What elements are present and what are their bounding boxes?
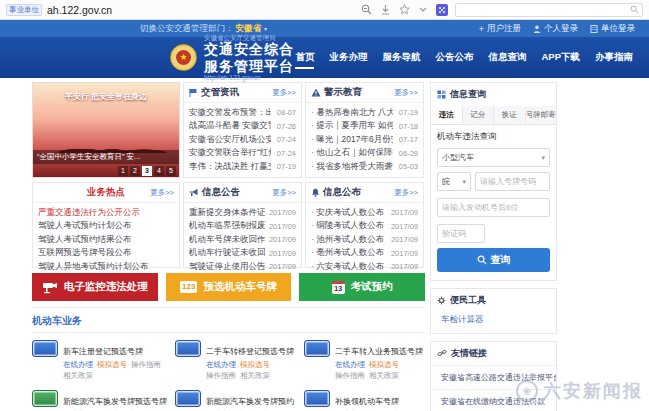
bookmark-star-icon[interactable] xyxy=(398,4,410,16)
plate-preselect-banner[interactable]: 123 预选机动车号牌 xyxy=(166,273,292,301)
friend-links-title: 友情链接 xyxy=(451,347,487,360)
province-select[interactable]: 安徽省 xyxy=(236,23,262,35)
warning-item[interactable]: 他山之石｜如何保障行人安... 06-29 xyxy=(311,147,418,161)
download-icon[interactable] xyxy=(379,4,391,16)
news-item[interactable]: 安徽交警联合举行“红灯记 07-24 xyxy=(189,147,296,161)
news-item[interactable]: 战高温斗酷暑 安徽交警异地... 07-26 xyxy=(189,120,296,134)
policy-link[interactable]: 相关政策 xyxy=(63,371,93,381)
news-item[interactable]: 李伟：决战决胜 打赢交通安... 07-19 xyxy=(189,160,296,174)
warning-more-link[interactable]: 更多>> xyxy=(394,88,418,98)
notice-item[interactable]: 机动车号牌未收回作废公告 2017/09 xyxy=(189,233,296,247)
simulate-pick-link[interactable]: 模拟选号 xyxy=(240,360,270,370)
friend-link-item[interactable]: 安徽省高速公路交通违法举报平台 xyxy=(431,365,556,389)
license-plate-icon xyxy=(175,390,201,407)
tab-points[interactable]: 记分 xyxy=(463,106,495,124)
address-bar[interactable]: 事业单位 ah.122.gov.cn xyxy=(6,2,354,18)
plate-prefix-select[interactable]: 皖 ▾ xyxy=(437,172,471,191)
org-login-link[interactable]: 单位登录 xyxy=(590,23,635,35)
notice-item[interactable]: 机动车行驶证未收回作废公... 2017/09 xyxy=(189,247,296,261)
vehicle-service-item: 新能源汽车换发号牌预选号牌 在线办理 模拟选号 操作指南 相关政策 xyxy=(32,390,167,411)
notice-more-link[interactable]: 更多>> xyxy=(272,188,296,198)
monitor-violation-banner[interactable]: 电子监控违法处理 xyxy=(32,273,158,301)
publish-list: 安庆考试人数公布 2017/09 铜陵考试人数公布 2017/09 池州考试人数… xyxy=(306,203,423,276)
vehicle-service-item: 新能源汽车换发号牌预约 在线办理 操作指南 相关政策 xyxy=(175,390,296,411)
hot-item[interactable]: 驾驶人异地考试预约计划公布 xyxy=(38,260,174,274)
news-title: 交管资讯 xyxy=(201,86,239,99)
vehicle-type-select[interactable]: 小型汽车 ▾ xyxy=(437,148,550,167)
publish-item[interactable]: 亳州考试人数公布 2017/09 xyxy=(311,247,418,261)
query-form-title: 机动车违法查询 xyxy=(437,131,550,143)
news-more-link[interactable]: 更多>> xyxy=(272,88,296,98)
tools-title: 便民工具 xyxy=(450,294,486,307)
news-list: 安徽交警发布预警：出游高... 08-07 战高温斗酷暑 安徽交警异地... 0… xyxy=(184,103,301,176)
tab-violation[interactable]: 违法 xyxy=(431,106,463,124)
policy-link[interactable]: 相关政策 xyxy=(240,371,270,381)
news-item[interactable]: 安徽交警发布预警：出游高... 08-07 xyxy=(189,106,296,120)
nav-service-guide[interactable]: 服务导航 xyxy=(382,47,420,69)
publish-item[interactable]: 安庆考试人数公布 2017/09 xyxy=(311,206,418,220)
vehicle-check-calculator-link[interactable]: 车检计算器 xyxy=(431,312,556,333)
pager-dot[interactable]: 2 xyxy=(130,166,140,176)
pager-dot-active[interactable]: 3 xyxy=(142,166,152,176)
publish-item[interactable]: 铜陵考试人数公布 2017/09 xyxy=(311,220,418,234)
hot-more-link[interactable]: 更多>> xyxy=(150,188,174,198)
guide-link[interactable]: 操作指南 xyxy=(335,371,365,381)
select-caret-icon: ▾ xyxy=(541,154,545,162)
publish-item[interactable]: 池州考试人数公布 2017/09 xyxy=(311,233,418,247)
nav-business[interactable]: 业务办理 xyxy=(329,47,367,69)
extension-icon[interactable] xyxy=(436,4,448,16)
publish-more-link[interactable]: 更多>> xyxy=(394,188,418,198)
chevron-down-icon[interactable] xyxy=(417,4,429,16)
warning-item[interactable]: 曝光｜2017年6月份安徽高... 07-17 xyxy=(311,133,418,147)
hot-item[interactable]: 严重交通违法行为公开公示 xyxy=(38,206,174,220)
simulate-pick-link[interactable]: 模拟选号 xyxy=(97,360,127,370)
warning-item[interactable]: 提示｜夏季用车 如何预防和... 07-18 xyxy=(311,120,418,134)
hot-list: 严重交通违法行为公开公示 驾驶人考试预约计划公布 驾驶人考试预约结果公布 互联网… xyxy=(33,203,179,276)
hot-item[interactable]: 驾驶人考试预约计划公布 xyxy=(38,220,174,234)
browser-search-input[interactable] xyxy=(455,3,643,17)
online-apply-link[interactable]: 在线办理 xyxy=(335,360,365,370)
online-apply-link[interactable]: 在线办理 xyxy=(63,360,93,370)
pager-dot[interactable]: 4 xyxy=(154,166,164,176)
site-title: 交通安全综合服务管理平台 xyxy=(204,41,295,73)
notice-item[interactable]: 驾驶证停止使用公告 2017/09 xyxy=(189,260,296,274)
carousel-caption[interactable]: “全国中小学生安全教育日” 安... xyxy=(33,150,179,164)
friend-link-item[interactable]: 安徽省在线缴纳交通违法罚款 xyxy=(431,389,556,411)
publish-item[interactable]: 六安考试人数公布 2017/09 xyxy=(311,260,418,274)
pager-dot[interactable]: 1 xyxy=(118,166,128,176)
hot-item[interactable]: 驾驶人考试预约结果公布 xyxy=(38,233,174,247)
warning-item[interactable]: 我省多地将受大雨袭击 开车... 05-03 xyxy=(311,160,418,174)
plate-number-input[interactable] xyxy=(475,172,550,191)
simulate-pick-link[interactable]: 模拟选号 xyxy=(369,360,399,370)
hero-carousel[interactable]: 平安行 把安全带在身边 “全国中小学生安全教育日” 安... 1 2 3 4 5 xyxy=(32,82,180,178)
policy-link[interactable]: 相关政策 xyxy=(369,371,399,381)
news-item[interactable]: 安徽省公安厅机场公安局交... 07-24 xyxy=(189,133,296,147)
captcha-input[interactable] xyxy=(437,224,485,243)
personal-login-link[interactable]: 个人登录 xyxy=(533,23,578,35)
online-apply-link[interactable]: 在线办理 xyxy=(206,360,236,370)
publish-panel: 信息公布 更多>> 安庆考试人数公布 2017/09 铜陵考试人数公布 2017… xyxy=(305,182,424,268)
tab-plate-mail[interactable]: 号牌邮寄 xyxy=(526,106,557,124)
bell-icon xyxy=(311,188,320,197)
pager-dot[interactable]: 5 xyxy=(166,166,176,176)
nav-announcements[interactable]: 公告公布 xyxy=(435,47,473,69)
register-link[interactable]: + 用户注册 xyxy=(479,23,521,35)
guide-link[interactable]: 操作指南 xyxy=(131,360,161,370)
nav-info-query[interactable]: 信息查询 xyxy=(488,47,526,69)
engine-number-input[interactable] xyxy=(437,198,550,217)
nav-home[interactable]: 首页 xyxy=(295,47,314,69)
query-widget-title: 信息查询 xyxy=(450,88,486,101)
notice-title: 信息公告 xyxy=(202,186,240,199)
cctv-camera-icon xyxy=(42,281,58,294)
notice-item[interactable]: 机动车临界强制报废公告 2017/09 xyxy=(189,220,296,234)
nav-help[interactable]: 办事指南 xyxy=(595,47,633,69)
query-submit-button[interactable]: 查询 xyxy=(437,248,550,272)
notice-item[interactable]: 重新提交身体条件证明公告 2017/09 xyxy=(189,206,296,220)
exam-appointment-banner[interactable]: 13 考试预约 xyxy=(299,273,425,301)
warning-item[interactable]: 暑热席卷南北方 八大汽车自... 07-19 xyxy=(311,106,418,120)
tab-renewal[interactable]: 换证 xyxy=(494,106,526,124)
guide-link[interactable]: 操作指南 xyxy=(206,371,236,381)
nav-app-download[interactable]: APP下载 xyxy=(541,47,580,69)
hot-item[interactable]: 互联网预选号牌号段公布 xyxy=(38,247,174,261)
zoom-icon[interactable] xyxy=(360,4,372,16)
